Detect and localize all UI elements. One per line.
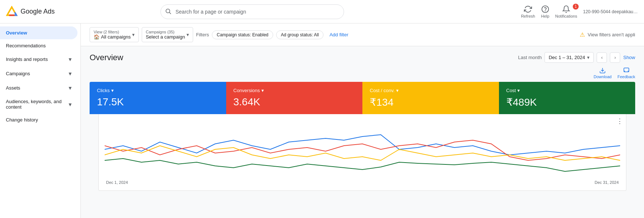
- sidebar-item-assets[interactable]: Assets ▾: [0, 81, 77, 95]
- chevron-down-icon: ▾: [69, 84, 72, 91]
- next-date-button[interactable]: ›: [610, 52, 620, 63]
- select-campaign-dropdown[interactable]: Campaigns (35) Select a campaign ▾: [142, 27, 193, 42]
- chart-start-date: Dec 1, 2024: [106, 180, 128, 185]
- more-options-button[interactable]: ⋮: [616, 117, 623, 125]
- metric-card-cost[interactable]: Cost ▾ ₹489K: [499, 82, 636, 114]
- chevron-down-icon: ▾: [69, 70, 72, 77]
- user-email: 120-990-5044 deepakkaushik800@gm: [583, 9, 638, 14]
- download-icon: [599, 67, 606, 74]
- date-range-selector[interactable]: Dec 1 – 31, 2024 ▾: [544, 52, 594, 63]
- page-title: Overview: [90, 53, 123, 62]
- feedback-icon: [623, 67, 630, 74]
- dropdown-arrow-icon: ▾: [111, 88, 114, 93]
- notifications-button[interactable]: 1 Notifications: [555, 5, 577, 18]
- google-ads-logo-icon: [6, 6, 18, 18]
- metric-card-cost-per-conv[interactable]: Cost / conv. ▾ ₹134: [362, 82, 499, 114]
- svg-point-6: [545, 11, 545, 11]
- search-icon: [165, 8, 171, 15]
- metric-name-clicks: Clicks ▾: [97, 88, 219, 93]
- chevron-down-icon: ▾: [69, 56, 72, 63]
- metric-value-cost-per-conv: ₹134: [370, 96, 492, 108]
- chart-end-date: Dec 31, 2024: [595, 180, 619, 185]
- metric-name-conversions: Conversions ▾: [234, 88, 355, 93]
- topbar-right: Refresh Help 1 Notifications 120-990-504…: [521, 5, 638, 18]
- add-filter-button[interactable]: Add filter: [326, 30, 351, 39]
- warning-banner: ⚠ View filters aren't appli: [580, 31, 635, 38]
- search-input[interactable]: [160, 4, 344, 19]
- previous-date-button[interactable]: ‹: [597, 52, 607, 63]
- help-button[interactable]: Help: [541, 5, 549, 18]
- metrics-section: Clicks ▾ 17.5K Conversions ▾ 3.64K: [81, 82, 644, 191]
- chevron-down-icon: ▾: [69, 101, 72, 108]
- metric-value-conversions: 3.64K: [234, 96, 355, 108]
- feedback-button[interactable]: Feedback: [618, 67, 635, 79]
- warning-icon: ⚠: [580, 31, 585, 38]
- dropdown-arrow-icon: ▾: [517, 88, 520, 93]
- filters-label: Filters: [196, 32, 209, 37]
- metrics-cards: Clicks ▾ 17.5K Conversions ▾ 3.64K: [90, 82, 635, 114]
- campaign-status-chip[interactable]: Campaign status: Enabled: [212, 30, 273, 39]
- dropdown-arrow-icon: ▾: [396, 88, 399, 93]
- svg-point-3: [166, 9, 170, 13]
- metric-name-cost-per-conv: Cost / conv. ▾: [370, 88, 492, 93]
- dropdown-arrow-icon: ▾: [132, 32, 135, 37]
- sidebar-item-recommendations[interactable]: Recommendations: [0, 39, 77, 52]
- show-button[interactable]: Show: [623, 55, 635, 60]
- main-layout: Overview Recommendations Insights and re…: [0, 23, 644, 218]
- notification-badge: 1: [573, 4, 579, 10]
- overview-header: Overview Last month Dec 1 – 31, 2024 ▾ ‹…: [81, 46, 644, 66]
- metric-value-clicks: 17.5K: [97, 96, 219, 108]
- app-title: Google Ads: [21, 8, 55, 15]
- dropdown-arrow-icon: ▾: [187, 32, 189, 37]
- filter-bar: View (2 filters) 🏠 All campaigns ▾ Campa…: [81, 23, 644, 46]
- view-campaigns-dropdown[interactable]: View (2 filters) 🏠 All campaigns ▾: [90, 27, 139, 42]
- metric-card-clicks[interactable]: Clicks ▾ 17.5K: [90, 82, 226, 114]
- date-range-label: Last month: [518, 55, 542, 60]
- search-bar[interactable]: [160, 4, 344, 19]
- main-content: View (2 filters) 🏠 All campaigns ▾ Campa…: [81, 23, 644, 218]
- chevron-down-icon: ▾: [587, 55, 590, 60]
- sidebar-item-campaigns[interactable]: Campaigns ▾: [0, 66, 77, 81]
- sidebar-item-overview[interactable]: Overview: [0, 26, 77, 39]
- sidebar: Overview Recommendations Insights and re…: [0, 23, 81, 218]
- metric-value-cost: ₹489K: [506, 96, 628, 108]
- svg-line-4: [169, 12, 171, 14]
- refresh-button[interactable]: Refresh: [521, 5, 535, 18]
- logo-area: Google Ads: [6, 6, 72, 18]
- metric-card-conversions[interactable]: Conversions ▾ 3.64K: [226, 82, 363, 114]
- sidebar-item-insights[interactable]: Insights and reports ▾: [0, 52, 77, 66]
- performance-chart: [105, 120, 620, 179]
- sidebar-item-change-history[interactable]: Change history: [0, 113, 77, 126]
- download-button[interactable]: Download: [594, 67, 612, 79]
- action-buttons-row: Download Feedback: [81, 66, 644, 82]
- sidebar-item-audiences[interactable]: Audiences, keywords, and content ▾: [0, 95, 77, 113]
- metric-name-cost: Cost ▾: [506, 88, 628, 93]
- chart-container: ⋮ Dec 1, 2024 Dec 31, 2024: [98, 114, 626, 191]
- chart-date-labels: Dec 1, 2024 Dec 31, 2024: [105, 180, 620, 185]
- ad-group-status-chip[interactable]: Ad group status: All: [276, 30, 323, 39]
- dropdown-arrow-icon: ▾: [261, 88, 264, 93]
- date-navigation: Last month Dec 1 – 31, 2024 ▾ ‹ › Show: [518, 52, 635, 63]
- topbar: Google Ads Refresh Help 1 Notifications …: [0, 0, 644, 23]
